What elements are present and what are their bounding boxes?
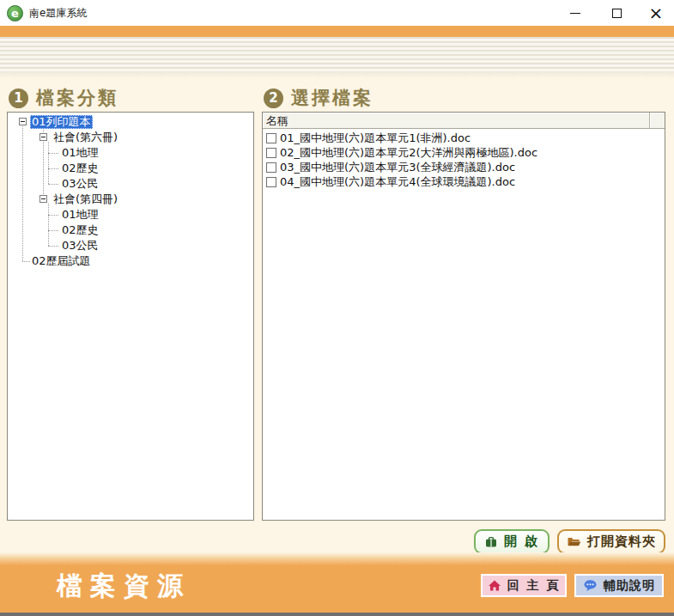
minimize-icon	[570, 13, 580, 14]
tree-connector-stub	[48, 168, 58, 169]
open-button[interactable]: 開 啟	[474, 529, 550, 554]
title-bar: e 南e題庫系統 ×	[0, 0, 674, 26]
list-header: 名稱	[263, 113, 665, 129]
open-button-label: 開 啟	[504, 534, 539, 550]
window-title: 南e題庫系統	[29, 6, 87, 21]
footer-buttons: 回 主 頁 輔助說明	[481, 574, 664, 597]
tree-item-label: 社會(第四冊)	[52, 192, 119, 206]
file-name: 01_國中地理(六)題本單元1(非洲).doc	[280, 131, 471, 146]
house-icon	[488, 579, 501, 592]
column-header-filler	[650, 113, 665, 128]
file-checkbox[interactable]	[266, 133, 276, 143]
tree-item-label: 01地理	[60, 146, 100, 160]
tree-expand-minus-icon[interactable]	[19, 118, 27, 125]
tree-connector-stub	[48, 230, 58, 231]
minimize-button[interactable]	[562, 0, 588, 26]
file-row[interactable]: 02_國中地理(六)題本單元2(大洋洲與兩極地區).doc	[263, 145, 665, 160]
help-button[interactable]: 輔助說明	[574, 574, 664, 597]
section-header-categories: 1 檔案分類	[9, 84, 118, 112]
tree-item[interactable]: 03公民	[8, 238, 253, 253]
close-icon: ×	[649, 0, 664, 26]
stripe-fade	[0, 71, 674, 78]
file-checkbox[interactable]	[266, 177, 276, 187]
accent-band	[0, 26, 674, 37]
tree-connector-stub	[48, 153, 58, 154]
file-name: 02_國中地理(六)題本單元2(大洋洲與兩極地區).doc	[280, 145, 537, 161]
stripe-decoration	[0, 37, 674, 71]
maximize-button[interactable]	[604, 0, 629, 26]
window-bottom-edge	[0, 613, 674, 616]
tree-item[interactable]: 03公民	[8, 176, 253, 192]
section-title-categories: 檔案分類	[36, 86, 118, 110]
column-header-name[interactable]: 名稱	[263, 113, 650, 128]
file-checkbox[interactable]	[266, 148, 276, 158]
footer-bar: 檔案資源 回 主 頁 輔助說明	[0, 552, 674, 613]
tree-item[interactable]: 社會(第六冊)	[8, 130, 253, 145]
step-1-badge: 1	[9, 88, 28, 108]
tree-rows: 01列印題本社會(第六冊)01地理02歷史03公民社會(第四冊)01地理02歷史…	[8, 113, 253, 269]
app-logo-icon: e	[7, 5, 23, 21]
home-button[interactable]: 回 主 頁	[481, 574, 567, 597]
briefcase-icon	[484, 535, 498, 549]
file-name: 03_國中地理(六)題本單元3(全球經濟議題).doc	[280, 160, 515, 175]
tree-expand-minus-icon[interactable]	[39, 133, 47, 141]
tree-item-label: 03公民	[60, 177, 100, 191]
file-checkbox[interactable]	[266, 162, 276, 173]
tree-item[interactable]: 01地理	[8, 207, 253, 223]
file-row[interactable]: 04_國中地理(六)題本單元4(全球環境議題).doc	[263, 174, 665, 189]
tree-item[interactable]: 02歷史	[8, 223, 253, 238]
tree-item[interactable]: 社會(第四冊)	[8, 192, 253, 207]
tree-connector-stub	[48, 246, 58, 247]
footer-title: 檔案資源	[57, 569, 191, 604]
tree-item-label: 社會(第六冊)	[52, 131, 119, 144]
tree-connector-stub	[48, 215, 58, 216]
open-folder-button[interactable]: 打開資料夾	[557, 529, 665, 554]
tree-item-label: 03公民	[60, 239, 100, 253]
speech-bubble-icon	[583, 579, 598, 592]
section-title-files: 選擇檔案	[291, 86, 373, 110]
tree-expand-minus-icon[interactable]	[39, 195, 47, 203]
tree-connector-stub	[48, 184, 58, 185]
file-list-panel: 名稱 01_國中地理(六)題本單元1(非洲).doc02_國中地理(六)題本單元…	[262, 112, 665, 521]
tree-item-label: 02歷史	[60, 223, 100, 237]
open-folder-icon	[567, 535, 581, 548]
tree-item[interactable]: 01地理	[8, 145, 253, 161]
open-folder-button-label: 打開資料夾	[587, 534, 656, 550]
action-buttons: 開 啟 打開資料夾	[474, 529, 665, 554]
section-header-files: 2 選擇檔案	[264, 84, 373, 112]
file-row[interactable]: 01_國中地理(六)題本單元1(非洲).doc	[263, 131, 665, 145]
home-button-label: 回 主 頁	[507, 578, 561, 594]
file-row[interactable]: 03_國中地理(六)題本單元3(全球經濟議題).doc	[263, 160, 665, 174]
close-button[interactable]: ×	[643, 0, 669, 26]
tree-item[interactable]: 02歷史	[8, 161, 253, 176]
tree-item-label-selected: 01列印題本	[30, 115, 93, 129]
help-button-label: 輔助說明	[604, 578, 655, 594]
tree-connector-stub	[22, 261, 30, 262]
tree-item[interactable]: 02歷屆試題	[8, 253, 253, 269]
app-window: e 南e題庫系統 × 1 檔案分類 2 選擇檔案 01列印題本社會(第六冊)01…	[0, 0, 674, 616]
file-name: 04_國中地理(六)題本單元4(全球環境議題).doc	[280, 174, 515, 190]
tree-item-label: 02歷史	[60, 162, 100, 175]
file-rows: 01_國中地理(六)題本單元1(非洲).doc02_國中地理(六)題本單元2(大…	[263, 129, 665, 189]
tree-item-label: 01地理	[60, 208, 100, 222]
tree-item[interactable]: 01列印題本	[8, 114, 253, 130]
step-2-badge: 2	[264, 88, 283, 108]
maximize-icon	[612, 9, 622, 18]
category-tree-panel: 01列印題本社會(第六冊)01地理02歷史03公民社會(第四冊)01地理02歷史…	[7, 112, 254, 521]
tree-item-label: 02歷屆試題	[30, 254, 93, 268]
